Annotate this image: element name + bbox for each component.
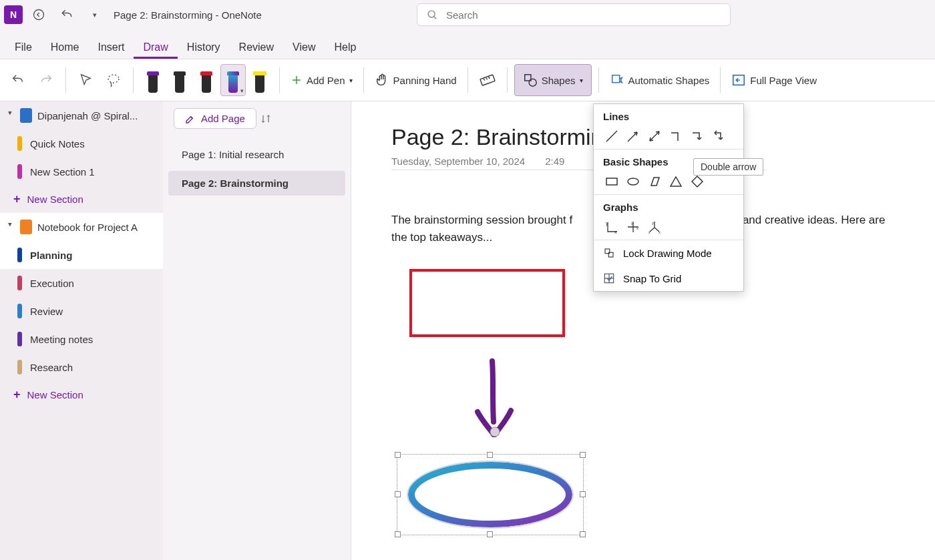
elbow-shape[interactable] [667, 127, 685, 145]
svg-text:y: y [652, 221, 654, 225]
svg-rect-6 [480, 75, 495, 85]
notebook-row[interactable]: ▸ Dipanjenah @ Spiral... [0, 101, 163, 129]
more-button[interactable]: ▾ [83, 3, 107, 27]
menu-history[interactable]: History [178, 35, 230, 59]
automatic-shapes-label: Automatic Shapes [628, 75, 710, 86]
add-pen-label: Add Pen [307, 75, 345, 86]
lasso-tool-button[interactable] [101, 64, 126, 96]
section-row[interactable]: Research [0, 353, 163, 381]
separator [720, 67, 721, 93]
pen-black-button[interactable] [167, 64, 192, 96]
section-name: Quick Notes [30, 138, 85, 150]
menu-draw[interactable]: Draw [134, 35, 177, 59]
page-list-item[interactable]: Page 1: Initial research [168, 142, 345, 167]
pen-purple-button[interactable] [140, 64, 166, 96]
redo-ribbon-button[interactable] [33, 64, 59, 96]
resize-handle[interactable] [395, 531, 401, 537]
pages-pane: Add Page Page 1: Initial researchPage 2:… [163, 101, 351, 560]
sort-icon [260, 113, 271, 124]
automatic-shapes-button[interactable]: Automatic Shapes [606, 64, 714, 96]
resize-handle[interactable] [580, 531, 586, 537]
section-row[interactable]: Review [0, 297, 163, 325]
page-list-item[interactable]: Page 2: Brainstorming [168, 171, 345, 196]
tooltip: Double arrow [693, 158, 763, 176]
line-shape[interactable] [603, 127, 620, 145]
arrow-shape[interactable] [624, 127, 642, 145]
svg-point-3 [108, 75, 119, 83]
elbow-arrow-shape[interactable] [689, 127, 706, 145]
shapes-icon [523, 73, 538, 87]
plus-icon: + [13, 192, 21, 206]
resize-handle[interactable] [487, 452, 493, 458]
separator [598, 67, 599, 93]
pen-galaxy-icon [225, 67, 241, 93]
resize-handle[interactable] [395, 452, 401, 458]
elbow-double-arrow-shape[interactable] [710, 127, 727, 145]
add-pen-button[interactable]: Add Pen ▾ [287, 64, 357, 96]
notebook-icon [20, 220, 32, 234]
xy-cross-axes-shape[interactable]: yx [624, 218, 642, 236]
snap-to-grid-item[interactable]: Snap To Grid [594, 266, 743, 291]
search-input[interactable] [446, 9, 721, 21]
undo-ribbon-button[interactable] [5, 64, 31, 96]
add-page-button[interactable]: Add Page [174, 108, 256, 129]
rectangle-shape[interactable] [603, 173, 620, 190]
resize-handle[interactable] [395, 491, 401, 497]
svg-text:x: x [636, 226, 638, 230]
menu-review[interactable]: Review [230, 35, 283, 59]
search-box[interactable] [417, 3, 731, 26]
workspace: ▸ Dipanjenah @ Spiral... Quick Notes New… [0, 101, 935, 560]
pen-purple-icon [145, 67, 161, 93]
svg-line-19 [650, 131, 659, 141]
plus-icon: + [13, 388, 21, 402]
section-row[interactable]: Meeting notes [0, 325, 163, 353]
double-arrow-shape[interactable] [646, 127, 663, 145]
full-page-view-label: Full Page View [750, 75, 817, 86]
gradient-oval-shape[interactable] [398, 455, 582, 534]
lock-drawing-mode-item[interactable]: Lock Drawing Mode [594, 240, 743, 266]
triangle-shape[interactable] [667, 173, 685, 190]
resize-handle[interactable] [487, 531, 493, 537]
menu-bar: File Home Insert Draw History Review Vie… [0, 29, 935, 59]
highlighter-yellow-button[interactable] [247, 64, 272, 96]
back-button[interactable] [27, 3, 51, 27]
chevron-down-icon: ▾ [349, 77, 353, 84]
undo-button[interactable] [55, 3, 79, 27]
pen-red-button[interactable] [194, 64, 219, 96]
full-page-view-button[interactable]: Full Page View [727, 64, 821, 96]
separator [65, 67, 66, 93]
parallelogram-shape[interactable] [646, 173, 663, 190]
sort-pages-button[interactable] [256, 109, 275, 128]
xyz-axes-shape[interactable]: yzx [646, 218, 663, 236]
section-row[interactable]: Execution [0, 269, 163, 297]
section-row[interactable]: Planning [0, 241, 163, 269]
navigation-pane: ▸ Dipanjenah @ Spiral... Quick Notes New… [0, 101, 163, 560]
menu-file[interactable]: File [5, 35, 41, 59]
select-tool-button[interactable] [73, 64, 98, 96]
svg-text:y: y [606, 221, 608, 226]
resize-handle[interactable] [580, 452, 586, 458]
panning-hand-button[interactable]: Panning Hand [371, 64, 461, 96]
purple-arrow-drawing[interactable] [470, 358, 523, 445]
section-row[interactable]: Quick Notes [0, 129, 163, 158]
new-section-label: New Section [27, 389, 83, 400]
shapes-button[interactable]: Shapes ▾ [514, 64, 592, 96]
section-name: Research [30, 362, 73, 373]
menu-insert[interactable]: Insert [88, 35, 134, 59]
menu-home[interactable]: Home [41, 35, 89, 59]
pen-galaxy-button[interactable]: ▾ [220, 64, 246, 96]
xy-axes-shape[interactable]: yx [603, 218, 620, 236]
lock-drawing-label: Lock Drawing Mode [623, 248, 712, 259]
section-row[interactable]: New Section 1 [0, 158, 163, 186]
red-rectangle-shape[interactable] [409, 269, 565, 337]
new-section-button[interactable]: +New Section [0, 381, 163, 408]
menu-view[interactable]: View [283, 35, 325, 59]
svg-line-8 [486, 77, 487, 79]
ellipse-shape[interactable] [624, 173, 642, 190]
ruler-button[interactable] [475, 64, 500, 96]
menu-help[interactable]: Help [325, 35, 365, 59]
notebook-row[interactable]: ▸ Notebook for Project A [0, 213, 163, 241]
new-section-button[interactable]: +New Section [0, 186, 163, 213]
resize-handle[interactable] [580, 491, 586, 497]
add-page-label: Add Page [201, 113, 245, 124]
